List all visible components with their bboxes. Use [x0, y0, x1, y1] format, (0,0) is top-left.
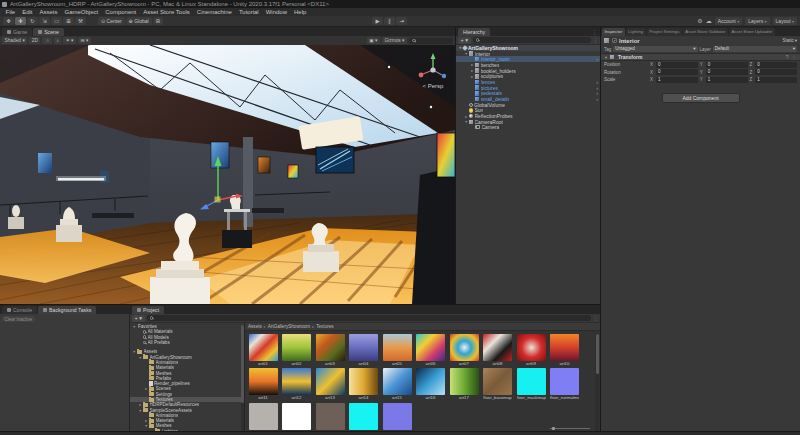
expander-icon[interactable]: ▾ — [132, 349, 137, 354]
asset-art11[interactable]: art11 — [249, 368, 280, 401]
tab-console[interactable]: Console — [2, 306, 37, 314]
asset-art14[interactable]: art14 — [349, 368, 380, 401]
rotation-z-field[interactable]: 0 — [755, 69, 797, 75]
orientation-toggle-button[interactable]: ⊕ Global — [126, 17, 152, 25]
breadcrumb-textures[interactable]: Textures — [316, 324, 333, 329]
active-checkbox[interactable]: ✓ — [612, 38, 617, 43]
asset-art03[interactable]: art03 — [316, 334, 347, 367]
custom-tool[interactable]: ⚒ — [75, 17, 86, 25]
tree-scrollbar[interactable] — [241, 325, 244, 432]
pivot-toggle-button[interactable]: ⊙ Center — [98, 17, 125, 25]
asset-art01[interactable]: art01 — [249, 334, 280, 367]
tab-background-tasks[interactable]: Background Tasks — [38, 306, 96, 314]
layer-dropdown[interactable]: Default▾ — [713, 46, 797, 52]
asset-swatch-1[interactable] — [249, 403, 280, 430]
scale-z-field[interactable]: 1 — [755, 77, 797, 83]
painting[interactable] — [288, 165, 298, 178]
tab-scene[interactable]: Scene — [33, 28, 64, 36]
asset-art02[interactable]: art02 — [282, 334, 313, 367]
hand-tool[interactable]: ✥ — [3, 17, 14, 25]
expander-icon[interactable]: ▾ — [144, 423, 149, 428]
services-icon[interactable]: ⚙ — [697, 17, 702, 25]
asset-art12[interactable]: art12 — [282, 368, 313, 401]
asset-art08[interactable]: art08 — [483, 334, 514, 367]
thumbnail-size-slider[interactable] — [550, 427, 590, 430]
painting[interactable] — [38, 153, 52, 173]
rect-tool[interactable]: ▭ — [51, 17, 62, 25]
rotation-y-field[interactable]: 0 — [706, 69, 748, 75]
hierarchy-panel-menu[interactable]: ⋮ — [592, 29, 598, 35]
menu-assets[interactable]: Assets — [36, 9, 61, 15]
painting[interactable] — [258, 157, 270, 173]
expander-icon[interactable]: ▾ — [138, 355, 143, 360]
project-options-menu[interactable]: ⋮ — [593, 315, 598, 321]
component-menu-icons[interactable]: ? ⋮ — [786, 55, 797, 60]
layers-dropdown[interactable]: Layers ▾ — [745, 17, 769, 25]
asset-art17[interactable]: art17 — [450, 368, 481, 401]
menu-edit[interactable]: Edit — [19, 9, 36, 15]
asset-swatch-3[interactable] — [316, 403, 347, 430]
scale-tool[interactable]: ⇲ — [39, 17, 50, 25]
asset-floor-normalmap[interactable]: floor_normalmap — [550, 368, 581, 401]
tab-lighting[interactable]: Lighting — [626, 28, 646, 36]
move-tool[interactable]: ✛ — [15, 17, 26, 25]
asset-art16[interactable]: art16 — [416, 368, 447, 401]
tab-project[interactable]: Project — [132, 306, 164, 314]
layout-dropdown[interactable]: Layout ▾ — [773, 17, 797, 25]
scale-x-field[interactable]: 1 — [656, 77, 698, 83]
cloud-collab-icon[interactable]: ☁ — [706, 17, 712, 25]
expander-icon[interactable]: ▾ — [132, 324, 137, 329]
menu-file[interactable]: File — [2, 9, 19, 15]
prefab-open-arrow[interactable]: › — [596, 96, 598, 102]
menu-gameobject[interactable]: GameObject — [61, 9, 102, 15]
persp-label[interactable]: < Persp — [423, 83, 445, 89]
asset-art06[interactable]: art06 — [416, 334, 447, 367]
menu-help[interactable]: Help — [291, 9, 310, 15]
position-y-field[interactable]: 0 — [706, 62, 748, 68]
hierarchy-item-camera[interactable]: Camera — [456, 125, 600, 131]
scale-y-field[interactable]: 1 — [706, 77, 748, 83]
hierarchy-create-button[interactable]: + ▾ — [458, 37, 471, 44]
tab-inspector[interactable]: Inspector — [602, 28, 625, 36]
tab-project-settings[interactable]: Project Settings — [647, 28, 682, 36]
scene-audio-toggle[interactable]: ♪ — [54, 37, 61, 44]
scene-search-input[interactable] — [409, 38, 453, 44]
rotate-tool[interactable]: ↻ — [27, 17, 38, 25]
step-button[interactable]: ⇥ — [396, 17, 407, 25]
draw-mode-dropdown[interactable]: Shaded ▾ — [2, 37, 27, 44]
add-component-button[interactable]: Add Component — [662, 93, 740, 103]
position-z-field[interactable]: 0 — [755, 62, 797, 68]
tab-hierarchy[interactable]: Hierarchy — [458, 28, 490, 36]
position-x-field[interactable]: 0 — [656, 62, 698, 68]
grid-snapping-button[interactable]: ⊞ — [153, 17, 163, 25]
hierarchy-search-input[interactable] — [473, 37, 591, 43]
hierarchy-options-menu[interactable]: ⋮ — [593, 37, 598, 43]
menu-cinemachine[interactable]: Cinemachine — [193, 9, 235, 15]
asset-swatch-2[interactable] — [282, 403, 313, 430]
painting-blue-streaks[interactable] — [316, 147, 354, 173]
asset-art15[interactable]: art15 — [383, 368, 414, 401]
expander-icon[interactable]: ▾ — [138, 408, 143, 413]
menu-tutorial[interactable]: Tutorial — [235, 9, 262, 15]
painting[interactable] — [437, 133, 455, 177]
pause-button[interactable]: ∥ — [384, 17, 395, 25]
scene-camera-dropdown[interactable]: ▣ ▾ — [367, 37, 380, 44]
project-create-button[interactable]: + ▾ — [132, 315, 145, 322]
asset-floor-maskmap[interactable]: floor_maskmap — [517, 368, 548, 401]
asset-floor-basemap[interactable]: floor_basemap — [483, 368, 514, 401]
clear-inactive-button[interactable]: Clear Inactive — [2, 316, 35, 322]
breadcrumb-artgalleryshowroom[interactable]: ArtGalleryShowroom — [268, 324, 310, 329]
project-folder-all-prefabs[interactable]: All Prefabs — [130, 340, 244, 345]
asset-art05[interactable]: art05 — [383, 334, 414, 367]
expander-icon[interactable]: ▸ — [464, 114, 469, 119]
asset-art09[interactable]: art09 — [517, 334, 548, 367]
rotation-x-field[interactable]: 0 — [656, 69, 698, 75]
2d-toggle[interactable]: 2D — [29, 37, 40, 44]
gizmos-dropdown[interactable]: Gizmos ▾ — [382, 37, 407, 44]
asset-art13[interactable]: art13 — [316, 368, 347, 401]
breadcrumb-assets[interactable]: Assets — [248, 324, 262, 329]
account-dropdown[interactable]: Account ▾ — [715, 17, 742, 25]
menu-window[interactable]: Window — [262, 9, 290, 15]
object-name[interactable]: Interior — [619, 38, 640, 44]
prefab-open-arrow[interactable]: › — [596, 56, 598, 62]
